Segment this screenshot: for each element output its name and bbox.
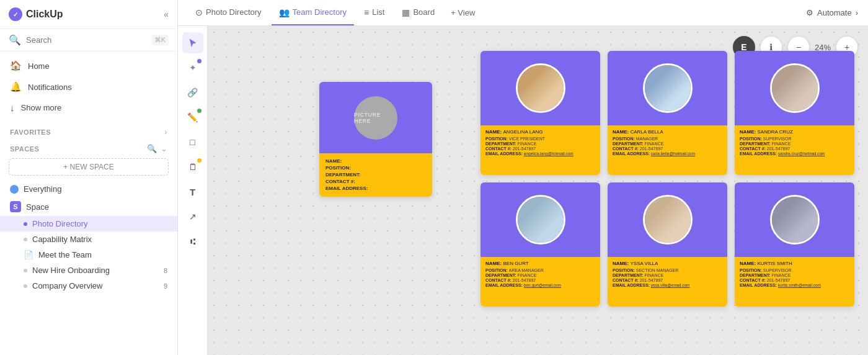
- meet-the-team-label: Meet the Team: [38, 250, 92, 259]
- card-contact-field: CONTACT #: 201-547897: [740, 278, 849, 282]
- photo-directory-dot: [24, 222, 27, 226]
- team-directory-tab-icon: 👥: [279, 7, 290, 17]
- automate-button[interactable]: ⚙ Automate ›: [806, 8, 858, 17]
- team-card-info: NAME: YSSA VILLA POSITION: SECTION MANAG…: [608, 257, 727, 307]
- text-tool-button[interactable]: T: [182, 181, 203, 202]
- photo-directory-label: Photo Directory: [32, 219, 88, 228]
- sidebar-item-home[interactable]: 🏠 Home: [0, 55, 177, 76]
- capability-matrix-dot: [24, 238, 27, 241]
- team-card[interactable]: NAME: BEN GURT POSITION: AREA MANAGER DE…: [480, 182, 600, 307]
- spaces-actions[interactable]: 🔍 ⌄: [147, 144, 167, 153]
- ai-tool-button[interactable]: ✦: [182, 57, 203, 78]
- connect-icon: ⑆: [190, 236, 195, 246]
- select-tool-button[interactable]: [182, 32, 203, 53]
- person-photo: [770, 63, 820, 113]
- sidebar-item-everything[interactable]: Everything: [0, 181, 177, 197]
- pen-tool-button[interactable]: ✏️: [182, 107, 203, 128]
- tab-photo-directory-label: Photo Directory: [206, 7, 262, 17]
- nav-home-label: Home: [28, 61, 50, 71]
- card-contact-field: CONTACT #: 201-547697: [613, 146, 722, 151]
- sticky-dot: [197, 158, 202, 163]
- template-department-field: DEPARTMENT:: [326, 172, 426, 178]
- sidebar-item-capability-matrix[interactable]: Capability Matrix: [0, 231, 177, 247]
- home-icon: 🏠: [10, 60, 22, 71]
- search-input[interactable]: [26, 35, 146, 45]
- team-card-info: NAME: ANGELINA LANG POSITION: VICE PRESI…: [480, 125, 600, 175]
- card-position-field: POSITION: SECTION MANAGER: [613, 268, 722, 272]
- eraser-icon: ↗: [189, 212, 197, 222]
- person-photo-inner: [518, 65, 564, 111]
- board-tab-icon: ▦: [402, 7, 410, 17]
- card-department-field: DEPARTMENT: FINANCE: [740, 273, 849, 277]
- tab-list[interactable]: ≡ List: [356, 0, 392, 25]
- tab-team-directory[interactable]: 👥 Team Directory: [272, 0, 354, 25]
- link-tool-button[interactable]: 🔗: [182, 82, 203, 103]
- team-card-photo-area: [480, 51, 600, 125]
- team-card[interactable]: NAME: YSSA VILLA POSITION: SECTION MANAG…: [608, 182, 727, 307]
- company-overview-dot: [24, 284, 27, 288]
- arrow-down-icon: ↓: [10, 102, 15, 113]
- team-card-info: NAME: CARLA BELLA POSITION: MANAGER DEPA…: [608, 125, 727, 175]
- capability-matrix-label: Capability Matrix: [32, 235, 92, 244]
- person-photo-inner: [645, 197, 691, 243]
- search-spaces-icon[interactable]: 🔍: [147, 144, 157, 153]
- card-position-field: POSITION: SUPERVISOR: [740, 137, 849, 141]
- shape-tool-button[interactable]: □: [182, 132, 203, 153]
- person-photo-inner: [518, 197, 564, 243]
- sticky-tool-button[interactable]: 🗒: [182, 156, 203, 178]
- sidebar-item-show-more[interactable]: ↓ Show more: [0, 97, 177, 118]
- eraser-tool-button[interactable]: ↗: [182, 206, 203, 227]
- whiteboard-canvas[interactable]: E ℹ − 24% + PICTURE HERE NAME:: [208, 26, 868, 355]
- card-name-field: NAME: YSSA VILLA: [613, 261, 722, 266]
- search-bar[interactable]: 🔍 ⌘K: [0, 29, 177, 52]
- automate-label: Automate: [817, 8, 852, 17]
- tab-team-directory-label: Team Directory: [293, 7, 347, 17]
- sidebar-item-meet-the-team[interactable]: 📄 Meet the Team: [0, 247, 177, 263]
- collapse-sidebar-button[interactable]: «: [164, 9, 169, 19]
- top-bar: ⊙ Photo Directory 👥 Team Directory ≡ Lis…: [178, 0, 868, 26]
- person-photo: [770, 195, 820, 245]
- pen-icon: ✏️: [187, 112, 198, 122]
- pen-dot: [197, 109, 202, 113]
- template-card[interactable]: PICTURE HERE NAME: POSITION: DEPARTMENT:…: [319, 82, 432, 197]
- toolbar: ✦ 🔗 ✏️ □ 🗒 T ↗ ⑆: [178, 26, 208, 355]
- doc-icon: 📄: [24, 250, 33, 259]
- tab-photo-directory[interactable]: ⊙ Photo Directory: [188, 0, 269, 25]
- ai-dot: [197, 59, 202, 63]
- card-name-field: NAME: CARLA BELLA: [613, 129, 722, 135]
- template-contact-field: CONTACT #:: [326, 179, 426, 184]
- sidebar-item-company-overview[interactable]: Company Overview 9: [0, 278, 177, 294]
- everything-dot-icon: [10, 185, 19, 194]
- expand-spaces-icon[interactable]: ⌄: [161, 144, 167, 153]
- add-view-button[interactable]: + View: [445, 4, 481, 21]
- team-card[interactable]: NAME: ANGELINA LANG POSITION: VICE PRESI…: [480, 51, 600, 175]
- card-department-field: DEPARTMENT: FINANCE: [485, 273, 595, 277]
- new-space-button[interactable]: + NEW SPACE: [9, 158, 169, 176]
- favorites-expand-icon[interactable]: ›: [165, 128, 168, 137]
- team-card[interactable]: NAME: CARLA BELLA POSITION: MANAGER DEPA…: [608, 51, 727, 175]
- team-card[interactable]: NAME: SANDRA CRUZ POSITION: SUPERVISOR D…: [735, 51, 854, 175]
- card-name-field: NAME: ANGELINA LANG: [485, 129, 595, 135]
- search-shortcut: ⌘K: [151, 35, 169, 45]
- new-hire-count: 8: [164, 267, 167, 274]
- photo-directory-tab-icon: ⊙: [195, 7, 203, 17]
- company-overview-label: Company Overview: [32, 281, 102, 290]
- card-name-field: NAME: SANDRA CRUZ: [740, 129, 849, 135]
- team-card[interactable]: NAME: KURTIS SMITH POSITION: SUPERVISOR …: [735, 182, 854, 307]
- canvas-area: ✦ 🔗 ✏️ □ 🗒 T ↗ ⑆: [178, 26, 868, 355]
- person-photo-inner: [772, 197, 818, 243]
- card-email-field: EMAIL ADDRESS: angelica.lang@hotmail.com: [485, 151, 595, 156]
- sidebar-item-new-hire-onboarding[interactable]: New Hire Onboarding 8: [0, 263, 177, 278]
- sidebar-item-space[interactable]: S Space: [0, 197, 177, 216]
- sidebar-item-photo-directory[interactable]: Photo Directory: [0, 216, 177, 231]
- card-name-field: NAME: BEN GURT: [485, 261, 595, 266]
- list-tab-icon: ≡: [364, 7, 369, 17]
- everything-label: Everything: [24, 184, 61, 194]
- person-photo-inner: [772, 65, 818, 111]
- automate-icon: ⚙: [806, 8, 813, 17]
- connect-tool-button[interactable]: ⑆: [182, 231, 203, 252]
- app-logo: ✓ ClickUp: [9, 7, 63, 21]
- tab-board[interactable]: ▦ Board: [394, 0, 442, 25]
- sidebar-item-notifications[interactable]: 🔔 Notifications: [0, 76, 177, 97]
- card-email-field: EMAIL ADDRESS: sandra.cruz@hotmail.com: [740, 151, 849, 156]
